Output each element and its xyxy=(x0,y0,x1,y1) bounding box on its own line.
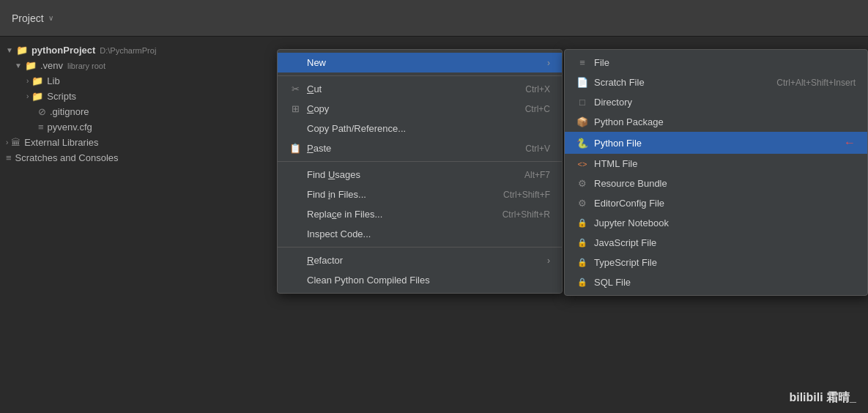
scratch-file-label: Scratch File xyxy=(594,77,645,88)
menu-item-replace-files[interactable]: Replace in Files... Ctrl+Shift+R xyxy=(278,204,562,224)
watermark: bilibili 霜晴_ xyxy=(789,390,856,406)
tree-ext-libs[interactable]: › 🏛 External Libraries xyxy=(0,135,275,150)
editorconfig-label: EditorConfig File xyxy=(594,198,664,209)
cut-label: Cut xyxy=(307,83,322,94)
python-file-label: Python File xyxy=(594,138,642,149)
tree-lib[interactable]: › 📁 Lib xyxy=(0,73,275,89)
menu-item-paste[interactable]: 📋 Paste Ctrl+V xyxy=(278,138,562,158)
ts-lock-icon: 🔒 xyxy=(576,258,588,267)
root-path: D:\PycharmProj xyxy=(100,46,156,55)
menu-item-jupyter[interactable]: 🔒 Jupyter Notebook xyxy=(565,213,867,233)
paste-label: Paste xyxy=(307,143,331,154)
scratches-label: Scratches and Consoles xyxy=(15,152,119,163)
tree-pyvenv[interactable]: ≡ pyvenv.cfg xyxy=(0,119,275,135)
copy-label: Copy xyxy=(307,103,329,114)
menu-item-directory[interactable]: □ Directory xyxy=(565,92,867,112)
menu-item-python-file[interactable]: 🐍 Python File ← xyxy=(565,132,867,154)
title-bar: Project ∨ xyxy=(0,0,868,37)
scripts-folder-icon: 📁 xyxy=(31,91,43,102)
python-file-icon: 🐍 xyxy=(576,138,588,149)
menu-item-clean[interactable]: Clean Python Compiled Files xyxy=(278,270,562,290)
editorconfig-icon: ⚙ xyxy=(576,198,588,209)
venv-label: .venv xyxy=(40,60,63,71)
menu-item-new[interactable]: New › xyxy=(278,53,562,72)
resource-bundle-icon: ⚙ xyxy=(576,178,588,189)
project-label[interactable]: Project ∨ xyxy=(12,12,53,24)
sql-lock-icon: 🔒 xyxy=(576,278,588,287)
lib-arrow-icon: › xyxy=(26,77,29,85)
root-name: pythonProject xyxy=(31,45,95,56)
primary-context-menu: New › ✂ Cut Ctrl+X ⊞ Copy Ctrl+C Copy Pa… xyxy=(277,49,563,294)
python-package-label: Python Package xyxy=(594,116,664,127)
folder-icon: 📁 xyxy=(16,45,28,56)
refactor-submenu-arrow-icon: › xyxy=(547,256,550,266)
find-usages-label: Find Usages xyxy=(307,169,360,180)
menu-item-resource-bundle[interactable]: ⚙ Resource Bundle xyxy=(565,174,867,193)
jupyter-label: Jupyter Notebook xyxy=(594,217,669,228)
find-usages-shortcut: Alt+F7 xyxy=(524,170,550,180)
pyvenv-label: pyvenv.cfg xyxy=(48,122,92,133)
expand-arrow-venv-icon: ▼ xyxy=(15,62,22,70)
new-label: New xyxy=(307,57,326,68)
lib-label: Lib xyxy=(47,75,59,86)
ts-file-label: TypeScript File xyxy=(594,257,657,268)
replace-files-label: Replace in Files... xyxy=(307,209,382,220)
tree-root[interactable]: ▼ 📁 pythonProject D:\PycharmProj xyxy=(0,42,275,58)
menu-item-editorconfig[interactable]: ⚙ EditorConfig File xyxy=(565,193,867,213)
menu-item-ts-file[interactable]: 🔒 TypeScript File xyxy=(565,253,867,272)
copy-path-label: Copy Path/Reference... xyxy=(307,123,406,134)
find-files-shortcut: Ctrl+Shift+F xyxy=(503,190,550,200)
find-files-label: Find in Files... xyxy=(307,189,366,200)
inspect-code-label: Inspect Code... xyxy=(307,228,371,239)
sep3 xyxy=(278,247,562,248)
sep1 xyxy=(278,75,562,76)
gitignore-icon: ⊘ xyxy=(38,106,46,117)
cut-icon: ✂ xyxy=(289,83,301,94)
menu-item-copy-path[interactable]: Copy Path/Reference... xyxy=(278,119,562,138)
directory-icon: □ xyxy=(576,97,588,108)
new-submenu-arrow-icon: › xyxy=(547,58,550,68)
tree-scripts[interactable]: › 📁 Scripts xyxy=(0,89,275,104)
pyvenv-icon: ≡ xyxy=(38,122,44,133)
menu-item-html-file[interactable]: <> HTML File xyxy=(565,154,867,174)
cut-shortcut: Ctrl+X xyxy=(525,84,550,94)
python-file-arrow-icon: ← xyxy=(844,136,856,149)
directory-label: Directory xyxy=(594,97,632,108)
menu-item-refactor[interactable]: Refactor › xyxy=(278,250,562,270)
paste-icon: 📋 xyxy=(289,143,301,154)
paste-shortcut: Ctrl+V xyxy=(525,144,550,154)
venv-badge: library root xyxy=(67,62,105,70)
menu-item-file[interactable]: ≡ File xyxy=(565,53,867,72)
tree-scratches[interactable]: ≡ Scratches and Consoles xyxy=(0,150,275,165)
file-icon: ≡ xyxy=(576,57,588,68)
replace-files-shortcut: Ctrl+Shift+R xyxy=(502,209,550,220)
extlibs-arrow-icon: › xyxy=(6,138,8,146)
python-package-icon: 📦 xyxy=(576,116,588,127)
js-file-label: JavaScript File xyxy=(594,237,656,248)
scripts-arrow-icon: › xyxy=(26,92,29,100)
menu-item-copy[interactable]: ⊞ Copy Ctrl+C xyxy=(278,99,562,119)
scratch-file-icon: 📄 xyxy=(576,77,588,88)
copy-shortcut: Ctrl+C xyxy=(525,104,550,114)
menu-item-cut[interactable]: ✂ Cut Ctrl+X xyxy=(278,79,562,99)
html-file-label: HTML File xyxy=(594,158,637,169)
menu-item-sql-file[interactable]: 🔒 SQL File xyxy=(565,272,867,292)
menu-item-js-file[interactable]: 🔒 JavaScript File xyxy=(565,233,867,253)
html-file-icon: <> xyxy=(576,160,588,168)
title-text: Project xyxy=(12,12,44,24)
file-label: File xyxy=(594,57,609,68)
sep2 xyxy=(278,161,562,162)
gitignore-label: .gitignore xyxy=(50,106,89,117)
menu-item-find-usages[interactable]: Find Usages Alt+F7 xyxy=(278,165,562,185)
tree-venv[interactable]: ▼ 📁 .venv library root xyxy=(0,58,275,73)
venv-folder-icon: 📁 xyxy=(25,60,37,71)
menu-item-find-files[interactable]: Find in Files... Ctrl+Shift+F xyxy=(278,185,562,204)
lib-folder-icon: 📁 xyxy=(31,75,43,86)
menu-item-inspect-code[interactable]: Inspect Code... xyxy=(278,224,562,244)
copy-icon: ⊞ xyxy=(289,103,301,114)
tree-gitignore[interactable]: ⊘ .gitignore xyxy=(0,104,275,119)
extlibs-icon: 🏛 xyxy=(11,137,21,148)
menu-item-scratch-file[interactable]: 📄 Scratch File Ctrl+Alt+Shift+Insert xyxy=(565,72,867,92)
project-sidebar: ▼ 📁 pythonProject D:\PycharmProj ▼ 📁 .ve… xyxy=(0,37,275,413)
menu-item-python-package[interactable]: 📦 Python Package xyxy=(565,112,867,132)
